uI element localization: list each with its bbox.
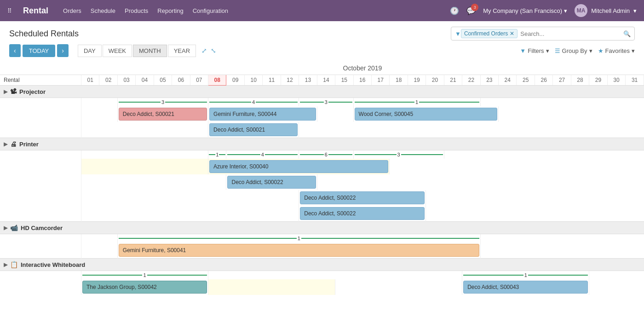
bar-deco-addict-s00021-b[interactable]: Deco Addict, S00021 (209, 123, 298, 136)
projector-bar-deco-s00021-2[interactable]: Deco Addict, S00021 (208, 122, 299, 138)
hd-camcorder-icon: 📹 (10, 224, 18, 231)
printer-count-1: 1 (208, 150, 226, 159)
chevron-down-icon: ▾ (546, 47, 549, 54)
view-year[interactable]: YEAR (168, 45, 196, 57)
view-month[interactable]: MONTH (133, 45, 167, 57)
user-menu[interactable]: MA Mitchell Admin ▾ (575, 4, 637, 17)
count-label-cell (0, 271, 81, 280)
chevron-down-icon: ▾ (564, 7, 567, 14)
interactive-whiteboard-group-label: ▶ 📋 Interactive Whiteboard (4, 261, 640, 268)
bar-deco-addict-s00022-3[interactable]: Deco Addict, S00022 (300, 207, 425, 220)
hd-count-1: 1 (117, 234, 480, 243)
chevron-down-icon: ▾ (633, 7, 637, 14)
printer-bar-row-4: Deco Addict, S00022 (0, 206, 644, 222)
search-input[interactable] (520, 30, 623, 37)
groupby-button[interactable]: ☰ Group By ▾ (555, 47, 592, 54)
count-label-cell (0, 150, 81, 159)
bar-deco-addict-s00021[interactable]: Deco Addict, S00021 (119, 108, 207, 121)
printer-bar-row-3: Deco Addict, S00022 (0, 190, 644, 206)
iwb-count-1: 1 (81, 271, 208, 280)
collapse-arrow-iwb[interactable]: ▶ (4, 262, 7, 268)
printer-icon: 🖨 (10, 140, 17, 148)
printer-bar-deco-s00022-1[interactable]: Deco Addict, S00022 (226, 174, 317, 190)
expand-icon[interactable]: ⤢ (201, 47, 207, 54)
day-27: 27 (553, 75, 571, 86)
day-01: 01 (81, 75, 99, 86)
printer-bar-azure[interactable]: Azure Interior, S00040 (208, 159, 390, 174)
bar-deco-addict-s00022-2[interactable]: Deco Addict, S00022 (300, 191, 425, 204)
collapse-arrow-printer[interactable]: ▶ (4, 141, 7, 147)
projector-bar-deco-s00021[interactable]: Deco Addict, S00021 (117, 106, 208, 122)
clock-icon[interactable]: 🕐 (450, 6, 459, 15)
bar-azure-interior-s00040[interactable]: Azure Interior, S00040 (209, 160, 388, 173)
bar-label: Azure Interior, S00040 (213, 163, 268, 170)
projector-count-1: 3 (117, 98, 208, 107)
view-week[interactable]: WEEK (103, 45, 132, 57)
projector-bar-wood-corner[interactable]: Wood Corner, S00045 (353, 106, 499, 122)
filter-tag[interactable]: Confirmed Orders ✕ (461, 29, 518, 38)
day-20: 20 (426, 75, 444, 86)
bar-label: Deco Addict, S00022 (231, 179, 283, 185)
month-label: October 2019 (81, 62, 644, 75)
nav-reporting[interactable]: Reporting (157, 7, 183, 14)
bar-label-cell (0, 242, 81, 259)
empty-cells-1 (81, 106, 117, 122)
day-11: 11 (263, 75, 281, 86)
iwb-bar-jackson[interactable]: The Jackson Group, S00042 (81, 279, 208, 295)
empty-rest (480, 242, 644, 259)
bar-deco-addict-s00043[interactable]: Deco Addict, S00043 (463, 281, 588, 294)
chat-icon[interactable]: 💬 3 (466, 6, 476, 15)
printer-bar-deco-s00022-3[interactable]: Deco Addict, S00022 (299, 206, 426, 222)
day-15: 15 (335, 75, 353, 86)
bar-label: Gemini Furniture, S00041 (123, 247, 186, 254)
nav-products[interactable]: Products (125, 7, 148, 14)
compress-icon[interactable]: ⤡ (211, 47, 216, 54)
bar-deco-addict-s00022-1[interactable]: Deco Addict, S00022 (227, 176, 316, 189)
empty-end (480, 234, 644, 243)
company-selector[interactable]: My Company (San Francisco) ▾ (483, 7, 567, 14)
collapse-arrow-hd[interactable]: ▶ (4, 225, 7, 231)
bar-gemini-furniture-s00041[interactable]: Gemini Furniture, S00041 (119, 244, 479, 257)
filters-button[interactable]: ▼ Filters ▾ (520, 47, 549, 54)
projector-count-4: 1 (353, 98, 480, 107)
hd-camcorder-bar-row: Gemini Furniture, S00041 (0, 242, 644, 259)
count-empty-1 (81, 98, 117, 107)
printer-count-3: 6 (299, 150, 353, 159)
bar-label-cell (0, 122, 81, 138)
iwb-bar-deco-s00043[interactable]: Deco Addict, S00043 (462, 279, 589, 295)
today-button[interactable]: TODAY (23, 45, 56, 57)
empty-end (589, 279, 644, 295)
projector-bar-gemini-s00044[interactable]: Gemini Furniture, S00044 (208, 106, 317, 122)
search-icon[interactable]: 🔍 (623, 30, 631, 37)
nav-schedule[interactable]: Schedule (91, 7, 115, 14)
bar-jackson-group-s00042[interactable]: The Jackson Group, S00042 (82, 281, 207, 294)
filter-tag-label: Confirmed Orders (464, 30, 508, 37)
bar-label-cell (0, 190, 81, 206)
bar-wood-corner-s00045[interactable]: Wood Corner, S00045 (355, 108, 498, 121)
day-13: 13 (299, 75, 317, 86)
remove-filter-icon[interactable]: ✕ (510, 30, 514, 37)
collapse-arrow[interactable]: ▶ (4, 89, 7, 95)
printer-bar-deco-s00022-2[interactable]: Deco Addict, S00022 (299, 190, 426, 206)
nav-configuration[interactable]: Configuration (193, 7, 228, 14)
prev-button[interactable]: ‹ (9, 44, 21, 57)
search-bar: ▼ Confirmed Orders ✕ 🔍 (451, 27, 635, 40)
favorites-button[interactable]: ★ Favorites ▾ (598, 47, 635, 54)
bar-label-cell (0, 106, 81, 122)
projector-count-row: 3 4 3 (0, 98, 644, 107)
hd-bar-gemini-s00041[interactable]: Gemini Furniture, S00041 (117, 242, 480, 259)
expand-icons: ⤢ ⤡ (201, 47, 216, 54)
next-button[interactable]: › (57, 44, 69, 57)
app-grid-icon[interactable]: ⠿ (7, 7, 12, 14)
interactive-whiteboard-icon: 📋 (10, 261, 18, 268)
group-interactive-whiteboard: ▶ 📋 Interactive Whiteboard (0, 259, 644, 271)
hd-camcorder-count-row: 1 (0, 234, 644, 243)
empty-end (444, 150, 644, 159)
nav-orders[interactable]: Orders (63, 7, 81, 14)
view-day[interactable]: DAY (78, 45, 102, 57)
day-08-today: 08 (208, 75, 226, 86)
star-icon: ★ (598, 47, 604, 54)
day-05: 05 (154, 75, 172, 86)
bar-gemini-furniture-s00044[interactable]: Gemini Furniture, S00044 (209, 108, 316, 121)
empty-rest (426, 206, 644, 222)
